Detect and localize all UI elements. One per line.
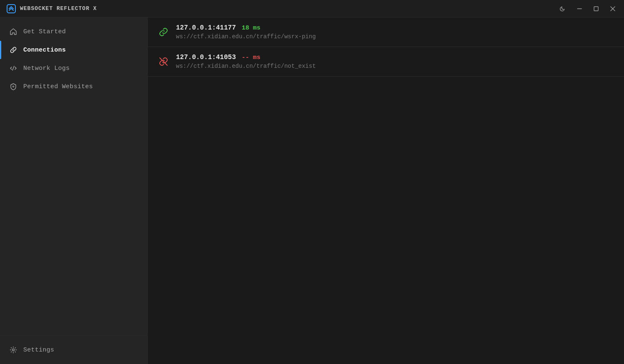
connection-address-1: 127.0.0.1:41053 [176,54,236,61]
connection-header-1: 127.0.0.1:41053 -- ms [176,54,316,61]
gear-icon [9,346,17,354]
connection-url-1: ws://ctf.xidian.edu.cn/traffic/not_exist [176,63,316,69]
sidebar-item-label-get-started: Get Started [23,28,66,35]
connection-item-0[interactable]: 127.0.0.1:41177 18 ms ws://ctf.xidian.ed… [148,17,624,47]
home-icon [9,27,17,36]
sidebar-item-label-network-logs: Network Logs [23,65,70,72]
connection-details-0: 127.0.0.1:41177 18 ms ws://ctf.xidian.ed… [176,24,316,40]
link-icon [9,46,17,54]
sidebar-nav: Get Started Connections [0,17,147,335]
svg-line-5 [12,66,14,70]
shield-icon [9,82,17,91]
theme-icon [559,5,566,12]
sidebar-item-settings[interactable]: Settings [0,341,147,359]
connection-details-1: 127.0.0.1:41053 -- ms ws://ctf.xidian.ed… [176,54,316,69]
app-logo-icon [7,4,16,13]
titlebar: WEBSOCKET REFLECTOR X [0,0,624,17]
titlebar-left: WEBSOCKET REFLECTOR X [7,4,97,13]
theme-button[interactable] [557,4,567,14]
connection-list: 127.0.0.1:41177 18 ms ws://ctf.xidian.ed… [148,17,624,77]
main-layout: Get Started Connections [0,17,624,364]
connected-icon [158,26,169,38]
sidebar-item-label-permitted-websites: Permitted Websites [23,83,93,90]
app-title: WEBSOCKET REFLECTOR X [20,5,97,12]
close-icon [610,6,616,12]
close-button[interactable] [608,4,617,13]
connection-latency-0: 18 ms [242,25,260,32]
connection-header-0: 127.0.0.1:41177 18 ms [176,24,316,32]
code-icon [9,64,17,72]
minimize-button[interactable] [575,4,584,13]
svg-point-6 [13,86,14,87]
maximize-icon [593,6,599,12]
titlebar-controls [557,4,617,14]
connection-latency-1: -- ms [242,54,260,61]
minimize-icon [577,6,582,12]
sidebar: Get Started Connections [0,17,148,364]
sidebar-item-permitted-websites[interactable]: Permitted Websites [0,77,147,96]
sidebar-item-connections[interactable]: Connections [0,41,147,59]
connection-item-1[interactable]: 127.0.0.1:41053 -- ms ws://ctf.xidian.ed… [148,47,624,77]
maximize-button[interactable] [592,4,601,13]
content-area: 127.0.0.1:41177 18 ms ws://ctf.xidian.ed… [148,17,624,364]
connection-address-0: 127.0.0.1:41177 [176,24,236,32]
sidebar-item-label-connections: Connections [23,47,66,54]
sidebar-item-label-settings: Settings [23,347,54,354]
svg-rect-2 [594,7,598,11]
sidebar-bottom: Settings [0,335,147,364]
connection-url-0: ws://ctf.xidian.edu.cn/traffic/wsrx-ping [176,33,316,40]
sidebar-item-network-logs[interactable]: Network Logs [0,59,147,77]
svg-point-7 [12,349,15,351]
sidebar-item-get-started[interactable]: Get Started [0,22,147,41]
disconnected-icon [158,56,169,67]
